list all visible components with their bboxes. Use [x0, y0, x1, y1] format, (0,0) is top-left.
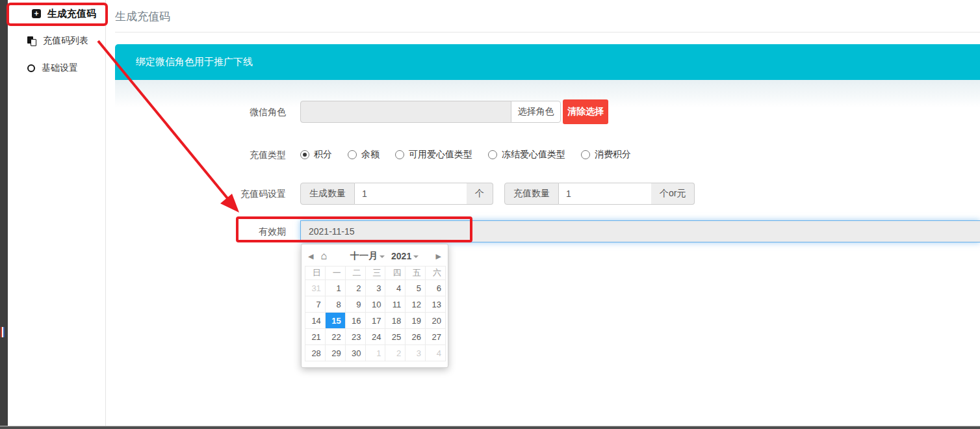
calendar-day[interactable]: 26 [406, 329, 426, 345]
circle-icon [27, 64, 35, 72]
calendar-day[interactable]: 30 [345, 345, 365, 361]
recharge-type-option-0[interactable]: 积分 [300, 149, 332, 161]
radio-option-label: 冻结爱心值类型 [502, 149, 565, 161]
calendar-day[interactable]: 2 [385, 345, 406, 361]
calendar-day[interactable]: 7 [305, 296, 326, 313]
prev-month-icon[interactable]: ◀ [308, 252, 313, 261]
calendar-day[interactable]: 12 [406, 296, 426, 313]
calendar-day[interactable]: 24 [365, 329, 385, 345]
calendar-weekday: 一 [325, 266, 345, 280]
calendar-weekday: 日 [305, 266, 326, 280]
calendar-day[interactable]: 8 [325, 296, 345, 313]
next-month-icon[interactable]: ▶ [436, 252, 441, 261]
calendar-day[interactable]: 31 [305, 280, 326, 296]
recharge-type-option-4[interactable]: 消费积分 [581, 149, 631, 161]
sidebar-item-code-list[interactable]: 充值码列表 [8, 27, 105, 55]
calendar-day[interactable]: 9 [345, 296, 365, 313]
radio-icon[interactable] [300, 150, 309, 159]
month-select[interactable]: 十一月 [350, 250, 385, 262]
radio-option-label: 可用爱心值类型 [409, 149, 472, 161]
radio-icon[interactable] [488, 150, 497, 159]
radio-icon[interactable] [395, 150, 404, 159]
sidebar-item-label: 生成充值码 [47, 8, 96, 20]
calendar-day[interactable]: 10 [365, 296, 385, 313]
calendar-day[interactable]: 22 [325, 329, 345, 345]
chevron-down-icon [380, 255, 385, 258]
radio-icon[interactable] [581, 150, 590, 159]
calendar-day[interactable]: 4 [385, 280, 406, 296]
calendar-day[interactable]: 16 [345, 313, 365, 329]
calendar-day[interactable]: 27 [426, 329, 446, 345]
chevron-down-icon [413, 255, 419, 258]
sidebar-item-basic-settings[interactable]: 基础设置 [8, 55, 105, 82]
recharge-type-option-2[interactable]: 可用爱心值类型 [395, 149, 472, 161]
home-icon[interactable]: ⌂ [320, 251, 327, 261]
calendar-day[interactable]: 17 [365, 313, 385, 329]
page-title: 生成充值码 [115, 9, 170, 24]
calendar-day[interactable]: 13 [426, 296, 446, 313]
calendar-day[interactable]: 21 [305, 329, 326, 345]
radio-option-label: 余额 [361, 149, 380, 161]
calendar-day[interactable]: 11 [385, 296, 406, 313]
year-select-label: 2021 [391, 251, 411, 261]
calendar-weekday: 二 [345, 266, 365, 280]
input-group-addon-suffix: 个or元 [651, 183, 695, 205]
month-select-label: 十一月 [350, 250, 378, 262]
clear-selection-button[interactable]: 清除选择 [563, 99, 608, 124]
calendar-day[interactable]: 20 [426, 313, 446, 329]
app-window: +生成充值码充值码列表基础设置 生成充值码 绑定微信角色用于推广下线 微信角色 … [0, 0, 980, 429]
wechat-role-label: 微信角色 [221, 107, 286, 118]
calendar-day[interactable]: 28 [305, 345, 326, 361]
calendar-day[interactable]: 25 [385, 329, 406, 345]
calendar-day[interactable]: 6 [426, 280, 446, 296]
sidebar-item-label: 基础设置 [42, 62, 78, 74]
code-settings-label: 充值码设置 [221, 188, 286, 200]
calendar-day[interactable]: 18 [385, 313, 406, 329]
input-group-addon-label: 充值数量 [504, 183, 559, 205]
calendar-day[interactable]: 19 [406, 313, 426, 329]
calendar-day[interactable]: 3 [365, 280, 385, 296]
calendar-day[interactable]: 1 [365, 345, 385, 361]
plus-square-icon: + [32, 9, 41, 18]
calendar-day[interactable]: 1 [325, 280, 345, 296]
radio-icon[interactable] [348, 150, 357, 159]
calendar-grid: 日一二三四五六 31123456789101112131415161718192… [305, 266, 446, 361]
calendar-weekday: 六 [426, 266, 446, 280]
calendar-day[interactable]: 15 [325, 313, 345, 329]
panel-header-text: 绑定微信角色用于推广下线 [136, 56, 253, 68]
sidebar-nav: +生成充值码充值码列表基础设置 [8, 0, 106, 429]
panel-header: 绑定微信角色用于推广下线 [115, 44, 980, 80]
copy-icon [27, 36, 36, 46]
select-role-button[interactable]: 选择角色 [511, 101, 561, 123]
generate-quantity-group: 生成数量个 [300, 183, 493, 205]
recharge-type-option-1[interactable]: 余额 [348, 149, 380, 161]
radio-option-label: 积分 [314, 149, 332, 161]
calendar-day[interactable]: 14 [305, 313, 326, 329]
calendar-day[interactable]: 2 [345, 280, 365, 296]
generate-quantity-input[interactable] [355, 183, 467, 205]
calendar-day[interactable]: 3 [406, 345, 426, 361]
radio-option-label: 消费积分 [595, 149, 631, 161]
recharge-type-option-3[interactable]: 冻结爱心值类型 [488, 149, 565, 161]
calendar-day[interactable]: 23 [345, 329, 365, 345]
extension-handle-icon[interactable] [1, 327, 5, 337]
sidebar-item-label: 充值码列表 [43, 35, 88, 47]
wechat-role-input[interactable] [300, 101, 511, 123]
recharge-type-label: 充值类型 [221, 150, 286, 161]
window-left-edge [0, 0, 8, 429]
calendar-day[interactable]: 5 [406, 280, 426, 296]
year-select[interactable]: 2021 [391, 251, 419, 261]
calendar-weekday: 三 [365, 266, 385, 280]
input-group-addon-label: 生成数量 [300, 183, 355, 205]
recharge-quantity-input[interactable] [559, 183, 651, 205]
calendar-weekday: 五 [406, 266, 426, 280]
calendar-day[interactable]: 29 [325, 345, 345, 361]
datepicker-header: ◀ ⌂ 十一月 2021 ▶ [305, 248, 445, 265]
validity-date-input[interactable] [300, 220, 980, 242]
calendar-weekday: 四 [385, 266, 406, 280]
calendar-day[interactable]: 4 [426, 345, 446, 361]
validity-label: 有效期 [221, 226, 286, 238]
input-group-addon-suffix: 个 [467, 183, 493, 205]
sidebar-item-generate-code[interactable]: +生成充值码 [8, 0, 105, 27]
recharge-quantity-group: 充值数量个or元 [504, 183, 695, 205]
